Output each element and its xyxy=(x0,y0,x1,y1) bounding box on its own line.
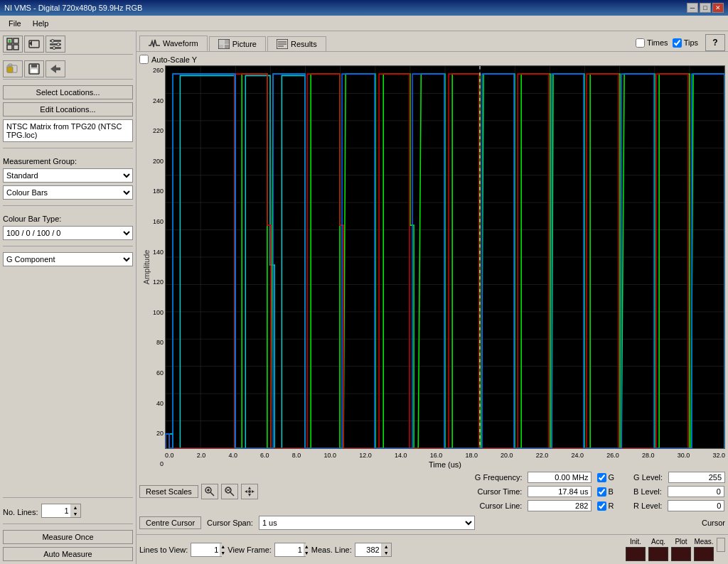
g-check-label: G xyxy=(608,473,614,482)
no-lines-spin-buttons[interactable]: ▲ ▼ xyxy=(70,504,80,517)
meas-line-spinbtns[interactable]: ▲ ▼ xyxy=(381,543,391,556)
camera-icon-btn[interactable] xyxy=(24,36,44,53)
help-icon-button[interactable]: ? xyxy=(705,34,725,51)
b-level-label: B Level: xyxy=(619,487,662,496)
measure-once-button[interactable]: Measure Once xyxy=(3,530,133,544)
svg-marker-75 xyxy=(248,494,251,497)
lines-to-view-label: Lines to View: xyxy=(139,546,188,554)
tab-results[interactable]: Results xyxy=(267,36,326,51)
b-checkbox[interactable] xyxy=(597,487,606,497)
title-bar-controls[interactable]: ─ □ ✕ xyxy=(687,3,724,13)
g-component-select[interactable]: G Component xyxy=(3,252,133,266)
svg-rect-25 xyxy=(225,40,229,44)
edit-locations-button[interactable]: Edit Locations... xyxy=(3,102,133,116)
lines-to-view-down[interactable]: ▼ xyxy=(220,550,225,556)
lines-to-view-spinner[interactable]: ▲ ▼ xyxy=(191,543,222,557)
svg-rect-1 xyxy=(14,38,18,43)
cursor-time-label: Cursor Time: xyxy=(458,487,522,496)
title-bar: NI VMS - Digital 720x480p 59.9Hz RGB ─ □… xyxy=(0,0,728,16)
colour-bars-row: Colour Bars xyxy=(3,185,133,200)
g-level-value: 255 xyxy=(668,472,725,483)
lines-to-view-up[interactable]: ▲ xyxy=(220,543,225,550)
minimize-button[interactable]: ─ xyxy=(687,3,698,13)
open-icon-btn[interactable] xyxy=(3,60,23,77)
autoscale-checkbox[interactable] xyxy=(139,55,149,64)
b-check-label: B xyxy=(608,487,613,496)
no-lines-spinner[interactable]: ▲ ▼ xyxy=(41,504,81,518)
view-frame-up[interactable]: ▲ xyxy=(304,543,309,550)
x-axis-labels: 0.0 2.0 4.0 6.0 8.0 10.0 12.0 14.0 16.0 … xyxy=(165,450,725,460)
colour-bar-type-row: 100 / 0 / 100 / 0 xyxy=(3,226,133,240)
tab-picture[interactable]: Picture xyxy=(209,36,266,51)
arrow-icon-btn[interactable] xyxy=(46,60,65,77)
view-frame-spinner[interactable]: ▲ ▼ xyxy=(274,543,306,557)
measurement-group-select[interactable]: Standard xyxy=(3,168,133,183)
lines-to-view-input[interactable] xyxy=(191,543,220,556)
colour-bar-type-select[interactable]: 100 / 0 / 100 / 0 xyxy=(3,226,133,240)
x-val-32: 32.0 xyxy=(712,452,725,459)
y-axis: Amplitude 260 240 220 200 180 160 140 12… xyxy=(139,65,165,469)
x-val-12: 12.0 xyxy=(359,452,372,459)
toolbar-row2 xyxy=(3,59,133,80)
scrollbar[interactable] xyxy=(717,538,725,552)
close-button[interactable]: ✕ xyxy=(712,3,724,13)
grid-icon-btn[interactable] xyxy=(3,36,23,53)
reset-scales-button[interactable]: Reset Scales xyxy=(139,485,198,498)
app-title: NI VMS - Digital 720x480p 59.9Hz RGB xyxy=(4,4,142,12)
cursor-span-label: Cursor Span: xyxy=(207,519,253,527)
file-menu[interactable]: File xyxy=(3,18,27,29)
autoscale-row: Auto-Scale Y xyxy=(139,55,725,64)
view-frame-label: View Frame: xyxy=(228,546,272,554)
save-icon-btn[interactable] xyxy=(24,60,44,77)
help-menu[interactable]: Help xyxy=(27,18,55,29)
r-level-label: R Level: xyxy=(619,501,662,510)
view-frame-spinbtns[interactable]: ▲ ▼ xyxy=(304,543,309,556)
meas-row-3: Cursor Line: 282 R R Level: 0 xyxy=(458,500,725,511)
r-level-value: 0 xyxy=(668,500,724,511)
g-level-label: G Level: xyxy=(620,473,663,482)
chart-controls: Reset Scales xyxy=(139,469,725,514)
times-checkbox[interactable] xyxy=(636,38,645,48)
lines-to-view-spinbtns[interactable]: ▲ ▼ xyxy=(220,543,225,556)
auto-measure-button[interactable]: Auto Measure xyxy=(3,547,133,561)
select-locations-button[interactable]: Select Locations... xyxy=(3,85,133,99)
meas-line-up[interactable]: ▲ xyxy=(382,543,391,550)
zoom-x-button[interactable] xyxy=(221,484,238,499)
no-lines-down[interactable]: ▼ xyxy=(71,511,80,517)
acq-indicator: Acq. xyxy=(648,538,668,561)
svg-rect-15 xyxy=(7,67,13,72)
no-lines-input[interactable] xyxy=(42,504,70,517)
x-val-24: 24.0 xyxy=(572,452,584,459)
g-checkbox[interactable] xyxy=(597,473,606,482)
view-frame-input[interactable] xyxy=(275,543,304,556)
times-label: Times xyxy=(647,38,668,47)
centre-cursor-button[interactable]: Centre Cursor xyxy=(139,516,201,529)
y-val-200: 200 xyxy=(139,158,165,165)
pan-button[interactable] xyxy=(241,484,258,499)
meas-row-2: Cursor Time: 17.84 us B B Level: 0 xyxy=(458,486,725,497)
view-frame-down[interactable]: ▼ xyxy=(304,550,309,556)
sidebar: Select Locations... Edit Locations... NT… xyxy=(0,31,136,564)
pan-icon xyxy=(244,486,255,497)
tips-checkbox[interactable] xyxy=(673,38,682,48)
x-val-6: 6.0 xyxy=(260,452,269,459)
zoom-x-icon xyxy=(224,486,235,497)
meas-line-spinner[interactable]: ▲ ▼ xyxy=(355,543,392,557)
r-check-label: R xyxy=(608,501,614,510)
chart-container[interactable] xyxy=(165,65,725,449)
tab-waveform[interactable]: Waveform xyxy=(139,36,208,51)
zoom-in-button[interactable] xyxy=(201,484,218,499)
config-icon-btn[interactable] xyxy=(46,36,65,53)
title-bar-title: NI VMS - Digital 720x480p 59.9Hz RGB xyxy=(4,4,142,12)
y-val-180: 180 xyxy=(139,188,165,195)
svg-rect-20 xyxy=(37,65,38,67)
r-checkbox[interactable] xyxy=(597,501,606,511)
svg-marker-74 xyxy=(248,487,251,489)
cursor-span-select[interactable]: 1 us xyxy=(259,516,476,530)
divider-5 xyxy=(3,524,133,524)
colour-bars-select[interactable]: Colour Bars xyxy=(3,185,133,200)
meas-line-input[interactable] xyxy=(355,543,381,556)
maximize-button[interactable]: □ xyxy=(700,3,711,13)
no-lines-up[interactable]: ▲ xyxy=(71,504,80,511)
meas-line-down[interactable]: ▼ xyxy=(382,550,391,556)
